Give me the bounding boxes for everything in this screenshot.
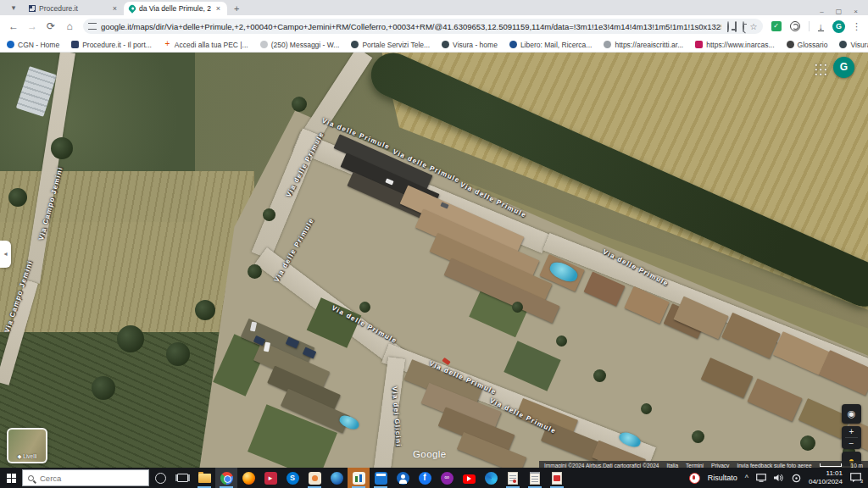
update-tray-icon[interactable]	[792, 474, 801, 483]
taskbar-facebook[interactable]: f	[414, 468, 436, 488]
globe-app-icon	[331, 472, 343, 485]
volume-icon[interactable]	[774, 474, 784, 482]
bookmark-portale[interactable]: Portale Servizi Tele...	[351, 41, 430, 49]
google-watermark: Google	[413, 449, 446, 459]
tree	[800, 435, 815, 451]
taskbar-red-app[interactable]: ▸	[259, 468, 281, 488]
taskbar-document-app[interactable]	[502, 468, 524, 488]
chrome-menu-icon[interactable]: ⋮	[852, 21, 861, 32]
bookmarks-bar: CGN - Home Procedure.it - Il port... +Ac…	[0, 37, 868, 53]
taskbar-purple-app[interactable]: ∞	[436, 468, 458, 488]
bookmark-visura-sessioni[interactable]: Visura -Sessioni	[839, 41, 868, 49]
taskbar-photos[interactable]	[303, 468, 326, 488]
taskbar-calendar[interactable]	[370, 468, 392, 488]
extension-icon[interactable]	[790, 21, 800, 31]
forward-button[interactable]: →	[24, 18, 41, 35]
maximize-button[interactable]: ▢	[836, 8, 843, 15]
globe-favicon-icon	[839, 41, 847, 48]
taskbar-blue-swirl-app[interactable]	[480, 468, 502, 488]
downloads-icon[interactable]: ↓	[818, 22, 825, 31]
taskbar-notepad-app[interactable]	[524, 468, 546, 488]
bookmark-cgn[interactable]: CGN - Home	[7, 41, 59, 49]
tab-maps[interactable]: da Via delle Primule, 2 a Collefe ×	[124, 2, 227, 15]
zoom-control: + −	[842, 426, 861, 449]
photos-icon	[309, 472, 321, 485]
taskbar-active-app[interactable]	[348, 468, 370, 488]
bookmark-procedure[interactable]: Procedure.it - Il port...	[71, 41, 152, 49]
google-apps-grid-icon[interactable]	[814, 63, 826, 75]
taskbar-pdf-app[interactable]	[546, 468, 568, 488]
tray-chevron-icon[interactable]: ^	[745, 474, 748, 482]
bookmark-visura-home[interactable]: Visura - home	[442, 41, 498, 49]
alert-tray-icon[interactable]	[689, 473, 700, 484]
document-icon	[508, 472, 518, 485]
procedure-favicon-icon	[29, 5, 36, 12]
bookmark-libero[interactable]: Libero: Mail, Ricerca...	[509, 41, 593, 49]
grey-favicon-icon	[260, 41, 268, 48]
extension-check-icon[interactable]: ✓	[771, 21, 782, 31]
notification-center-button[interactable]: 3	[850, 473, 861, 483]
blue-swirl-icon	[485, 472, 498, 485]
clock-time: 11:01	[826, 469, 843, 477]
windows-logo-icon	[7, 474, 16, 483]
reload-button[interactable]: ⟳	[42, 18, 59, 35]
zoom-in-button[interactable]: +	[842, 426, 861, 437]
taskbar-youtube[interactable]	[458, 468, 480, 488]
url-text[interactable]: google.it/maps/dir/Via+delle+Primule,+2,…	[101, 22, 721, 31]
search-input[interactable]	[38, 473, 131, 484]
google-maps-satellite-view[interactable]: Via delle Primule Via delle Primule Via …	[0, 53, 868, 468]
tree	[292, 97, 307, 112]
globe-favicon-icon	[442, 41, 449, 48]
tree	[248, 264, 262, 279]
firefox-icon	[242, 472, 255, 485]
bookmark-glossario[interactable]: Glossario	[787, 41, 828, 49]
taskbar-globe-app[interactable]	[326, 468, 348, 488]
taskbar-firefox[interactable]	[237, 468, 259, 488]
cortana-button[interactable]	[149, 468, 171, 488]
tree	[117, 325, 144, 352]
tree	[51, 137, 73, 159]
taskbar-chrome[interactable]	[215, 468, 237, 488]
tree	[263, 208, 275, 221]
task-view-button[interactable]	[171, 468, 193, 488]
layers-button[interactable]: ◆ Livelli	[7, 428, 47, 463]
compass-control[interactable]: ◉	[842, 404, 861, 424]
zoom-out-button[interactable]: −	[842, 438, 861, 449]
minimize-button[interactable]: –	[820, 8, 823, 15]
taskbar-blue-s-app[interactable]: S	[281, 468, 303, 488]
bookmark-inarcas[interactable]: https://www.inarcas...	[695, 41, 774, 49]
tree	[692, 430, 704, 443]
new-tab-button[interactable]: +	[234, 3, 239, 14]
media-control-icon[interactable]	[735, 21, 737, 32]
close-window-button[interactable]: ×	[854, 8, 858, 15]
bookmark-messaggi[interactable]: (250) Messaggi - W...	[260, 41, 340, 49]
chrome-tab-strip: ▾ Procedure.it × da Via delle Primule, 2…	[0, 0, 868, 15]
maps-pin-favicon-icon	[127, 3, 136, 13]
back-button[interactable]: ←	[5, 18, 22, 35]
tab-search-icon[interactable]: ▾	[7, 3, 20, 14]
bookmark-pec[interactable]: +Accedi alla tua PEC |...	[164, 41, 248, 49]
bookmark-star-icon[interactable]: ☆	[750, 22, 758, 31]
map-attribution-bar: Immagini ©2024 Airbus,Dati cartografici …	[539, 461, 868, 468]
purple-app-icon: ∞	[441, 472, 453, 485]
location-pin-icon[interactable]	[727, 21, 729, 32]
taskbar-contacts[interactable]	[392, 468, 414, 488]
address-bar[interactable]: google.it/maps/dir/Via+delle+Primule,+2,…	[83, 19, 763, 34]
close-tab-icon[interactable]: ×	[111, 4, 119, 13]
tree	[556, 336, 567, 347]
network-icon[interactable]	[756, 474, 766, 482]
close-tab-icon[interactable]: ×	[214, 4, 222, 13]
site-info-icon[interactable]	[88, 23, 97, 30]
chrome-icon	[220, 472, 233, 485]
zoom-page-icon[interactable]	[743, 21, 744, 32]
start-button[interactable]	[0, 468, 22, 488]
taskbar-clock[interactable]: 11:01 04/10/2024	[809, 469, 843, 486]
taskbar-search-box[interactable]	[22, 469, 149, 486]
home-button[interactable]: ⌂	[61, 18, 78, 35]
google-account-avatar[interactable]: G	[833, 57, 854, 78]
profile-avatar[interactable]: G	[832, 20, 845, 33]
tab-procedure[interactable]: Procedure.it ×	[24, 2, 124, 15]
bookmark-areaiscritti[interactable]: https://areaiscritti.ar...	[604, 41, 683, 49]
taskbar-file-explorer[interactable]	[193, 468, 215, 488]
side-panel-collapse-button[interactable]: ◂	[0, 241, 11, 268]
